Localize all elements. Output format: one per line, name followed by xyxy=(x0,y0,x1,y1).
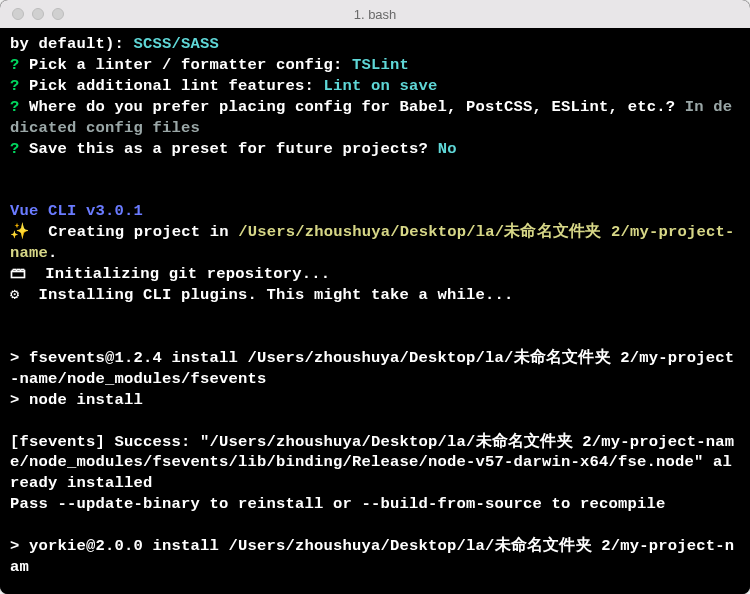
prompt-text: Where do you prefer placing config for B… xyxy=(29,98,675,116)
text: Creating project in xyxy=(29,223,238,241)
space xyxy=(20,56,30,74)
terminal-body[interactable]: by default): SCSS/SASS ? Pick a linter /… xyxy=(0,28,750,594)
text: Initializing git repository... xyxy=(26,265,330,283)
space xyxy=(343,56,353,74)
space xyxy=(20,98,30,116)
text: . xyxy=(48,244,58,262)
output-line: [fsevents] Success: "/Users/zhoushuya/De… xyxy=(10,433,734,493)
gear-icon: ⚙ xyxy=(10,286,20,304)
sparkles-icon: ✨ xyxy=(10,223,29,241)
output-line: Pass --update-binary to reinstall or --b… xyxy=(10,495,666,513)
titlebar[interactable]: 1. bash xyxy=(0,0,750,28)
output-line: > fsevents@1.2.4 install /Users/zhoushuy… xyxy=(10,349,734,388)
prompt-marker: ? xyxy=(10,56,20,74)
text: by default): xyxy=(10,35,134,53)
answer-text: TSLint xyxy=(352,56,409,74)
prompt-marker: ? xyxy=(10,77,20,95)
window-controls xyxy=(0,8,64,20)
prompt-marker: ? xyxy=(10,140,20,158)
prompt-text: Pick additional lint features: xyxy=(29,77,314,95)
close-icon[interactable] xyxy=(12,8,24,20)
answer-text: SCSS/SASS xyxy=(134,35,220,53)
space xyxy=(428,140,438,158)
terminal-window: 1. bash by default): SCSS/SASS ? Pick a … xyxy=(0,0,750,594)
cli-banner: Vue CLI v3.0.1 xyxy=(10,202,143,220)
window-title: 1. bash xyxy=(0,7,750,22)
output-line: > node install xyxy=(10,391,143,409)
answer-text: Lint on save xyxy=(324,77,438,95)
prompt-text: Save this as a preset for future project… xyxy=(29,140,428,158)
text: Installing CLI plugins. This might take … xyxy=(20,286,514,304)
prompt-marker: ? xyxy=(10,98,20,116)
minimize-icon[interactable] xyxy=(32,8,44,20)
package-icon: 🗃 xyxy=(10,265,26,283)
prompt-text: Pick a linter / formatter config: xyxy=(29,56,343,74)
space xyxy=(314,77,324,95)
answer-text: No xyxy=(438,140,457,158)
space xyxy=(20,140,30,158)
space xyxy=(20,77,30,95)
space xyxy=(675,98,685,116)
output-line: > yorkie@2.0.0 install /Users/zhoushuya/… xyxy=(10,537,734,576)
zoom-icon[interactable] xyxy=(52,8,64,20)
